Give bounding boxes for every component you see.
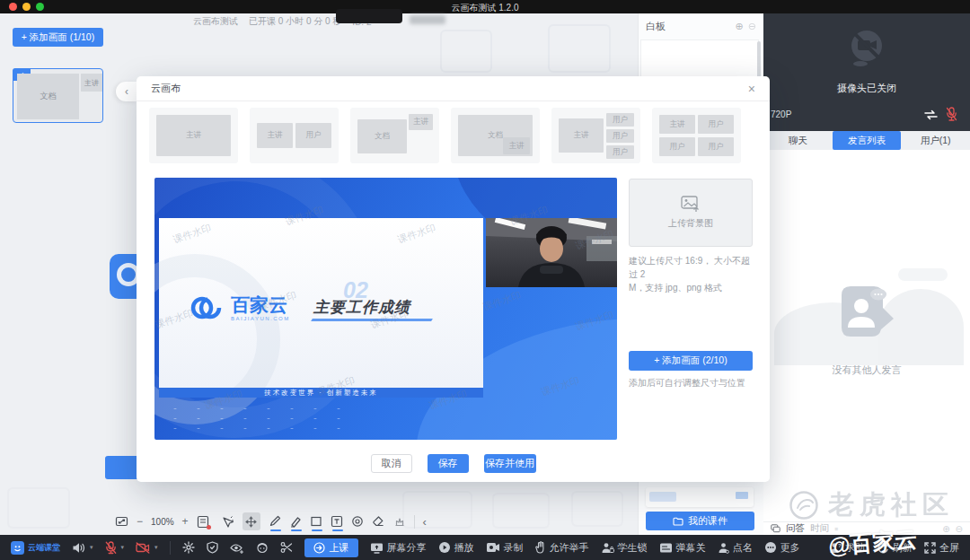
beauty-button[interactable] xyxy=(256,541,269,554)
danmaku-button[interactable]: 弹幕关 xyxy=(659,541,706,555)
background-doodle xyxy=(7,487,70,529)
baijiayun-logo-sub: BAIJIAYUN.COM xyxy=(231,316,290,321)
eraser-tool-icon[interactable] xyxy=(372,516,385,528)
mic-off-icon xyxy=(105,541,117,555)
template-speaker-user[interactable]: 主讲 用户 xyxy=(250,108,339,163)
panel-scrollbar[interactable] xyxy=(757,41,761,79)
modal-close-icon[interactable]: × xyxy=(748,82,755,96)
student-lock-button[interactable]: 学生锁 xyxy=(601,541,648,555)
right-panel: 摄像头已关闭 720P 聊天 发言列表 用户(1) xyxy=(763,13,970,535)
modal-collapse-tab[interactable]: ‹ xyxy=(116,82,137,101)
move-tool-icon[interactable] xyxy=(242,512,260,530)
screen-share-icon xyxy=(370,542,384,554)
svg-text:?: ? xyxy=(838,543,842,548)
help-button[interactable]: ? 求助 xyxy=(829,541,865,555)
camera-preview: 摄像头已关闭 720P xyxy=(763,13,970,131)
roll-call-button[interactable]: 点名 xyxy=(718,541,753,555)
template-speaker-full[interactable]: 主讲 xyxy=(149,108,238,163)
cloud-canvas-modal: 云画布 × 主讲 主讲 用户 文档 主讲 文档 主讲 主讲 用户 用户 xyxy=(137,76,770,482)
app-logo-text: 云端课堂 xyxy=(28,542,60,554)
zoom-in-faint-icon: ⊕ xyxy=(942,524,949,534)
qa-label[interactable]: 问答 xyxy=(786,522,805,535)
template-grid-2x2[interactable]: 主讲 用户 用户 用户 xyxy=(652,108,741,163)
collapse-tools-icon[interactable]: ‹ xyxy=(423,515,427,529)
webcam-video[interactable] xyxy=(486,218,617,287)
tool-color-indicator xyxy=(332,529,343,532)
fit-screen-icon[interactable] xyxy=(115,515,128,529)
screen-share-button[interactable]: 屏幕分享 xyxy=(370,541,427,555)
enter-class-icon xyxy=(313,542,325,554)
window-title: 云画布测试 1.2.0 xyxy=(0,2,970,14)
save-and-use-button[interactable]: 保存并使用 xyxy=(484,454,536,473)
switch-camera-icon[interactable] xyxy=(923,109,939,120)
time-label[interactable]: 时间 xyxy=(810,522,829,535)
record-button[interactable]: 录制 xyxy=(486,541,524,555)
laser-pointer-icon[interactable] xyxy=(221,515,234,529)
courseware-thumbnail[interactable] xyxy=(646,487,754,507)
fullscreen-button[interactable]: 全屏 xyxy=(924,541,959,555)
template-doc-speaker-bottom[interactable]: 文档 主讲 xyxy=(451,108,540,163)
play-button[interactable]: 播放 xyxy=(438,541,474,555)
template-speaker-users-column[interactable]: 主讲 用户 用户 用户 xyxy=(551,108,640,163)
thumbnail-speaker-area: 主讲 xyxy=(81,74,102,92)
clip-button[interactable] xyxy=(280,541,293,554)
stamp-tool-icon[interactable] xyxy=(393,515,406,528)
upload-background-box[interactable]: 上传背景图 xyxy=(629,179,753,247)
tool-color-indicator xyxy=(312,529,322,532)
view-add-button[interactable] xyxy=(230,542,244,554)
qa-icon xyxy=(771,524,780,533)
my-courseware-label: 我的课件 xyxy=(688,514,728,528)
zoom-in-button[interactable]: + xyxy=(182,515,189,528)
folder-icon xyxy=(673,517,683,526)
camera-control[interactable]: ▾ xyxy=(136,542,158,554)
microphone-muted-icon[interactable] xyxy=(946,107,957,122)
camera-caret-icon[interactable]: ▾ xyxy=(154,544,158,551)
qa-bar: 问答 时间 ≡ ⊕ ⊖ xyxy=(763,521,970,535)
text-tool-icon[interactable] xyxy=(331,515,343,528)
canvas-thumbnail[interactable]: ✓ 文档 主讲 xyxy=(13,68,103,123)
background-doodle xyxy=(492,493,550,529)
my-courseware-button[interactable]: 我的课件 xyxy=(646,512,754,530)
cancel-button[interactable]: 取消 xyxy=(371,454,412,473)
shape-tool-icon[interactable] xyxy=(351,515,364,528)
mic-control[interactable]: ▾ xyxy=(105,541,125,555)
person-lock-icon xyxy=(601,542,614,554)
whiteboard-add-page-icon[interactable]: ⊕ xyxy=(736,21,744,32)
marker-tool-icon[interactable] xyxy=(289,515,302,528)
more-dots-icon xyxy=(764,541,777,554)
scissors-icon xyxy=(280,541,293,554)
add-screen-hint: 添加后可自行调整尺寸与位置 xyxy=(629,376,763,389)
help-person-icon: ? xyxy=(829,542,842,554)
room-name: 云画布测试 xyxy=(193,15,238,28)
add-screen-button[interactable]: + 添加画面 (1/10) xyxy=(13,28,103,47)
upload-image-icon xyxy=(681,196,701,213)
pencil-tool-icon[interactable] xyxy=(269,515,281,528)
more-button[interactable]: 更多 xyxy=(764,541,800,555)
zoom-out-button[interactable]: − xyxy=(137,515,143,528)
raise-hand-button[interactable]: 允许举手 xyxy=(535,541,589,555)
save-button[interactable]: 保存 xyxy=(428,454,469,473)
watermark-text: 课件水印 xyxy=(481,288,523,314)
layout-template-row: 主讲 主讲 用户 文档 主讲 文档 主讲 主讲 用户 用户 用户 主讲 xyxy=(149,108,741,163)
tab-chat[interactable]: 聊天 xyxy=(763,131,833,150)
modal-add-screen-button[interactable]: + 添加画面 (2/10) xyxy=(629,351,753,371)
refresh-button[interactable]: 刷新 xyxy=(877,541,913,555)
upload-label: 上传背景图 xyxy=(668,217,713,230)
speaker-list-empty-state: 没有其他人发言 xyxy=(763,150,970,521)
rectangle-tool-icon[interactable] xyxy=(310,515,322,528)
whiteboard-remove-page-icon[interactable]: ⊖ xyxy=(748,21,756,32)
tab-users[interactable]: 用户(1) xyxy=(901,131,970,150)
tab-speaker-list[interactable]: 发言列表 xyxy=(833,131,902,150)
slide-content[interactable]: 百家云 BAIJIAYUN.COM 02 主要工作成绩 xyxy=(159,218,483,388)
start-class-button[interactable]: 上课 xyxy=(304,538,358,557)
template-doc-speaker-top[interactable]: 文档 主讲 xyxy=(350,108,439,163)
app-logo: 云端课堂 xyxy=(11,541,60,555)
mic-caret-icon[interactable]: ▾ xyxy=(121,544,125,551)
speaker-control[interactable]: ▾ xyxy=(72,542,93,554)
settings-button[interactable] xyxy=(182,541,195,554)
speaker-caret-icon[interactable]: ▾ xyxy=(90,544,93,551)
record-icon xyxy=(486,542,500,553)
security-button[interactable] xyxy=(207,541,218,554)
page-manager-icon[interactable] xyxy=(197,515,209,529)
canvas-preview-area[interactable]: 百家云 BAIJIAYUN.COM 02 主要工作成绩 技术改变世界 · 创新塑… xyxy=(154,178,617,440)
